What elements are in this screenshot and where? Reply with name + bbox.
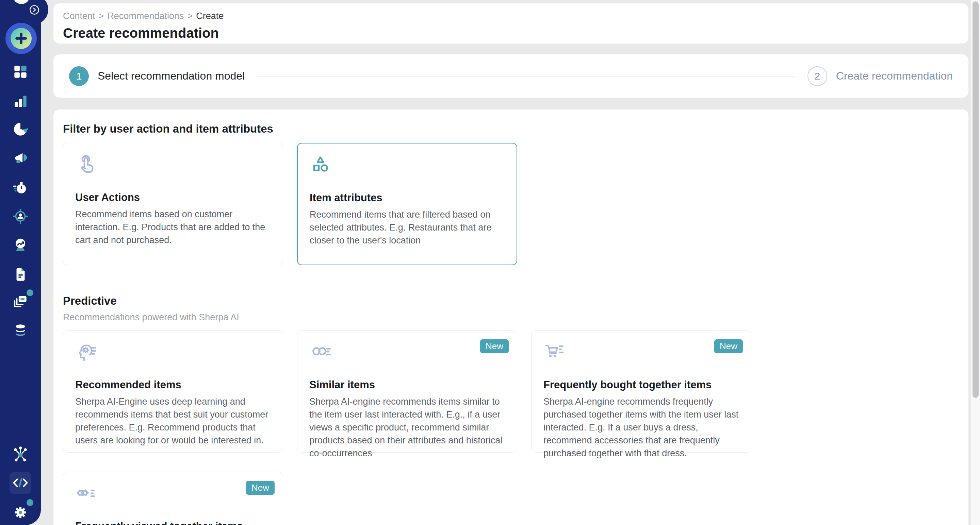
card-description: Recommend items based on customer intera… [75,208,271,246]
model-card-user-actions[interactable]: User Actions Recommend items based on cu… [63,143,283,265]
section-filter-by-user-action-and-item-attributes: Filter by user action and item attribute… [63,122,959,265]
predictions-crystal-ball-icon [12,236,29,253]
step-number-badge: 2 [808,66,827,86]
section-title: Filter by user action and item attribute… [63,122,959,135]
new-badge: New [480,339,509,353]
card-icon [543,341,739,363]
model-card-item-attributes[interactable]: Item attributes Recommend items that are… [297,143,517,265]
dashboard-grid-icon [12,63,29,80]
app-root: Content > Recommendations > Create Creat… [0,0,980,525]
step-create-recommendation: 2 Create recommendation [808,66,953,86]
step-label: Create recommendation [836,70,953,82]
scrollbar-thumb[interactable] [972,2,978,398]
page-header: Content > Recommendations > Create Creat… [53,3,969,43]
section-subtitle: Recommendations powered with Sherpa AI [63,312,959,323]
card-icon [310,154,504,176]
sidebar-item-templates[interactable] [12,293,29,311]
plus-icon [5,23,37,54]
sidebar-item-settings[interactable] [12,503,29,520]
chevron-right-icon [29,5,40,15]
megaphone-icon [12,150,29,167]
card-description: Sherpa AI-engine recommends frequently p… [543,395,739,460]
breadcrumb-separator: > [99,11,104,21]
model-card-recommended-items[interactable]: Recommended items Sherpa AI-Engine uses … [63,330,283,452]
step-label: Select recommendation model [98,70,245,82]
new-badge: New [246,481,275,495]
notification-dot [27,499,33,506]
card-description: Sherpa AI-Engine uses deep learning and … [75,395,271,447]
sidebar [0,0,41,525]
database-icon [12,322,29,339]
tap-gesture-icon [75,154,97,176]
sidebar-expand-button[interactable] [29,5,40,15]
card-description: Sherpa AI-engine recommends items simila… [309,395,505,460]
breadcrumb-recommendations[interactable]: Recommendations [107,11,184,21]
audience-target-icon [12,208,29,224]
page-title: Create recommendation [63,25,959,41]
model-card-similar-items[interactable]: New Similar items Sherpa AI-engine recom… [297,330,517,452]
sidebar-item-predictions[interactable] [12,236,29,253]
step-number-badge: 1 [69,66,89,86]
bar-chart-icon [12,92,29,109]
card-title: Recommended items [75,379,271,391]
pie-chart-icon [12,121,29,138]
stopwatch-icon [12,179,29,196]
card-title: Frequently viewed together items [75,520,271,525]
eye-icon [75,483,97,504]
stepper-divider [257,76,795,76]
sidebar-item-integrations[interactable] [12,446,29,462]
sidebar-item-automation[interactable] [12,179,29,196]
cart-icon [543,341,565,363]
model-sections: Filter by user action and item attribute… [53,109,969,525]
card-title: Item attributes [310,192,504,204]
card-description: Recommend items that are filtered based … [310,208,504,247]
settings-gear-icon [12,503,29,520]
document-icon [12,265,29,282]
shapes-icon [310,154,331,176]
sidebar-item-audience[interactable] [12,208,29,224]
model-card-frequently-viewed-together-items[interactable]: New Frequently viewed together items [63,472,283,525]
cards-row: Recommended items Sherpa AI-Engine uses … [63,330,959,525]
card-icon [75,483,271,504]
sidebar-item-content[interactable] [12,265,29,282]
similar-infinity-icon [309,341,331,363]
sidebar-item-campaigns[interactable] [12,150,29,167]
card-icon [75,154,271,176]
integrations-icon [12,446,29,462]
section-predictive: Predictive Recommendations powered with … [63,295,959,525]
step-select-model: 1 Select recommendation model [69,66,245,86]
section-title: Predictive [63,295,959,308]
card-title: Similar items [309,379,505,391]
card-icon [75,341,271,363]
breadcrumb-create: Create [196,11,224,21]
card-title: User Actions [75,192,271,204]
new-badge: New [714,339,743,353]
sidebar-item-developer[interactable] [10,472,31,494]
wizard-stepper: 1 Select recommendation model 2 Create r… [53,54,969,98]
ai-head-icon [75,341,97,363]
cards-row: User Actions Recommend items based on cu… [63,143,959,265]
card-title: Frequently bought together items [543,379,739,391]
breadcrumb-separator: > [187,11,192,21]
sidebar-item-data[interactable] [12,322,29,339]
templates-icon [12,293,29,311]
breadcrumb-content[interactable]: Content [63,11,95,21]
scrollbar-track[interactable] [971,0,980,525]
code-icon [12,474,29,491]
sidebar-item-analytics[interactable] [12,92,29,109]
sidebar-item-reports[interactable] [12,121,29,138]
notification-dot [27,289,33,296]
sidebar-item-dashboard[interactable] [12,63,29,80]
model-card-frequently-bought-together-items[interactable]: New Frequently bought together items She… [531,330,751,452]
sidebar-item-create[interactable] [5,23,37,54]
breadcrumb: Content > Recommendations > Create [63,11,959,21]
card-icon [309,341,505,363]
